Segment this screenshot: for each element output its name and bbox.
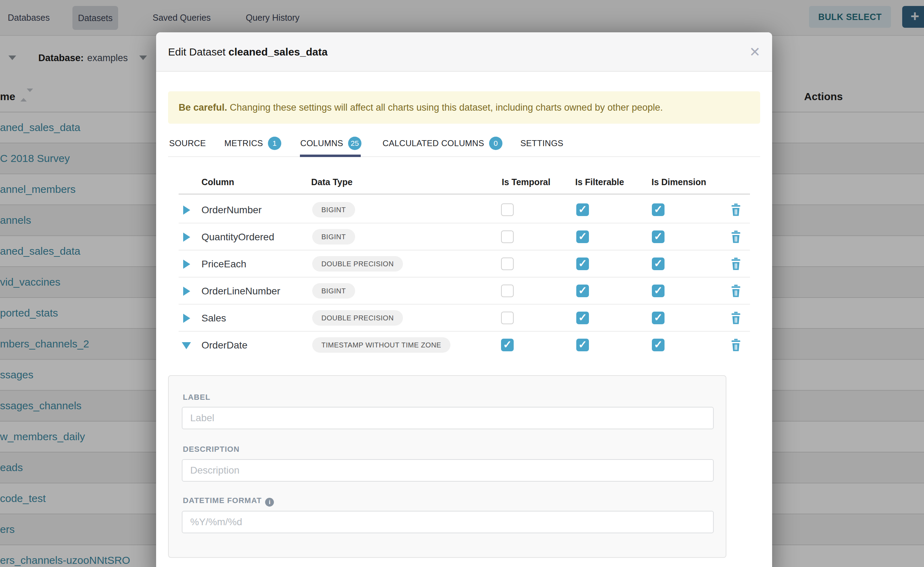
delete-column-icon[interactable] [731,203,741,216]
data-type-pill: DOUBLE PRECISION [312,256,403,272]
calculated-columns-count-badge: 0 [489,136,503,150]
tab-label: SOURCE [169,138,206,148]
is-dimension-checkbox[interactable]: ✓ [652,231,665,243]
data-type-header: Data Type [311,177,353,187]
tab-calculated-columns[interactable]: CALCULATED COLUMNS0 [382,136,503,151]
column-row: QuantityOrdered BIGINT ✓ ✓ [179,224,750,250]
metrics-count-badge: 1 [268,136,281,150]
is-filterable-header: Is Filterable [575,177,624,187]
tab-settings[interactable]: SETTINGS [521,136,563,151]
column-row: OrderNumber BIGINT ✓ ✓ [179,196,750,224]
datetime-format-field-label: DATETIME FORMATi [183,496,274,507]
data-type-pill: BIGINT [312,229,355,244]
is-filterable-checkbox[interactable]: ✓ [576,285,589,297]
table-header-divider [179,194,750,195]
column-row-expanded: OrderDate TIMESTAMP WITHOUT TIME ZONE ✓ … [179,332,750,358]
delete-column-icon[interactable] [731,285,741,297]
warning-alert-bold: Be careful. [179,102,227,113]
tab-source[interactable]: SOURCE [169,136,206,151]
warning-alert-body: Changing these settings will affect all … [227,102,663,113]
data-type-pill: TIMESTAMP WITHOUT TIME ZONE [312,337,450,353]
is-filterable-checkbox[interactable]: ✓ [576,258,589,270]
expand-caret-icon[interactable] [183,260,190,269]
column-name: OrderNumber [202,196,262,224]
data-type-pill: BIGINT [312,283,355,298]
description-field-label: DESCRIPTION [183,445,239,454]
tab-label: COLUMNS [300,138,343,148]
column-name: QuantityOrdered [202,224,274,250]
is-temporal-checkbox[interactable]: ✓ [501,339,514,351]
warning-alert: Be careful. Changing these settings will… [168,92,760,124]
modal-title-prefix: Edit Dataset [168,46,229,58]
column-detail-panel: LABEL DESCRIPTION DATETIME FORMATi [168,375,726,558]
column-name: OrderDate [202,332,248,358]
tab-columns[interactable]: COLUMNS25 [300,136,361,151]
is-dimension-checkbox[interactable]: ✓ [652,312,665,324]
tab-label: METRICS [224,138,263,148]
data-type-pill: BIGINT [312,202,355,218]
info-icon[interactable]: i [265,498,274,507]
datetime-format-label-text: DATETIME FORMAT [183,496,262,505]
is-temporal-checkbox[interactable] [501,231,514,243]
tab-label: CALCULATED COLUMNS [382,138,484,148]
is-temporal-checkbox[interactable] [501,203,514,216]
is-temporal-checkbox[interactable] [501,258,514,270]
expand-caret-icon[interactable] [183,314,190,323]
close-icon[interactable]: ✕ [743,32,767,72]
is-dimension-checkbox[interactable]: ✓ [652,203,665,216]
is-temporal-header: Is Temporal [502,177,550,187]
is-temporal-checkbox[interactable] [501,285,514,297]
column-row: OrderLineNumber BIGINT ✓ ✓ [179,278,750,304]
collapse-caret-icon[interactable] [182,342,191,349]
column-row: PriceEach DOUBLE PRECISION ✓ ✓ [179,250,750,278]
delete-column-icon[interactable] [731,339,741,351]
column-name: Sales [202,304,226,332]
active-tab-underline [300,154,361,157]
is-filterable-checkbox[interactable]: ✓ [576,339,589,351]
expand-caret-icon[interactable] [183,206,190,214]
delete-column-icon[interactable] [731,312,741,324]
delete-column-icon[interactable] [731,258,741,270]
column-row: Sales DOUBLE PRECISION ✓ ✓ [179,304,750,332]
label-field-label: LABEL [183,393,210,402]
delete-column-icon[interactable] [731,231,741,243]
description-input[interactable] [182,459,714,482]
modal-header: Edit Dataset cleaned_sales_data ✕ [156,32,772,72]
is-filterable-checkbox[interactable]: ✓ [576,312,589,324]
is-filterable-checkbox[interactable]: ✓ [576,231,589,243]
columns-count-badge: 25 [348,136,361,150]
tabs-divider [168,156,760,157]
expand-caret-icon[interactable] [183,232,190,242]
is-dimension-header: Is Dimension [652,177,706,187]
modal-title-dataset-name: cleaned_sales_data [229,46,328,58]
expand-caret-icon[interactable] [183,286,190,296]
data-type-pill: DOUBLE PRECISION [312,310,403,326]
modal-title: Edit Dataset cleaned_sales_data [168,32,328,72]
column-name: OrderLineNumber [202,278,280,304]
is-dimension-checkbox[interactable]: ✓ [652,339,665,351]
label-input[interactable] [182,407,714,429]
column-name: PriceEach [202,250,247,278]
is-dimension-checkbox[interactable]: ✓ [652,285,665,297]
warning-alert-text: Be careful. Changing these settings will… [179,92,663,124]
column-header: Column [202,177,234,187]
is-dimension-checkbox[interactable]: ✓ [652,258,665,270]
datetime-format-input[interactable] [182,511,714,533]
is-temporal-checkbox[interactable] [501,312,514,324]
tab-label: SETTINGS [521,138,563,148]
edit-dataset-modal: Edit Dataset cleaned_sales_data ✕ Be car… [156,32,772,567]
is-filterable-checkbox[interactable]: ✓ [576,203,589,216]
tab-metrics[interactable]: METRICS1 [224,136,281,151]
